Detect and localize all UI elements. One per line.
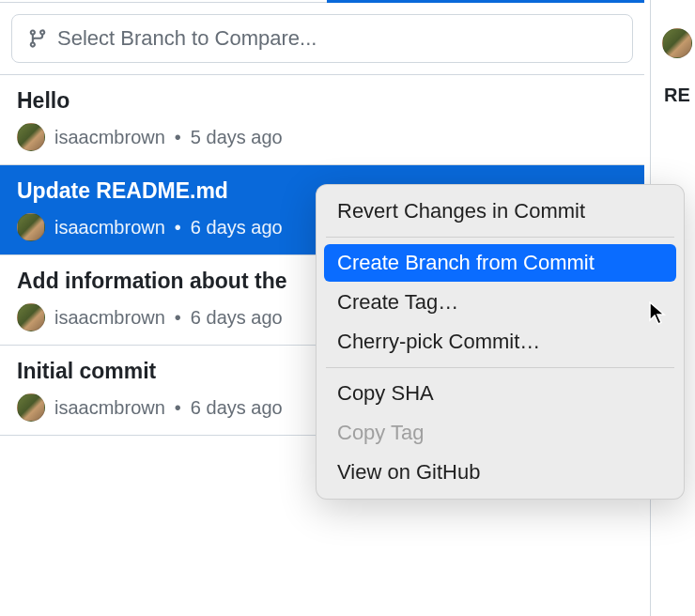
branch-selector-placeholder: Select Branch to Compare... (57, 26, 317, 51)
meta-separator: • (175, 307, 181, 329)
commit-author: isaacmbrown (54, 307, 165, 329)
avatar (17, 123, 45, 151)
avatar (17, 213, 45, 241)
avatar (17, 393, 45, 422)
tab-active[interactable] (327, 0, 644, 3)
commit-author: isaacmbrown (54, 217, 165, 239)
menu-item-view-on-github[interactable]: View on GitHub (324, 454, 676, 491)
git-branch-icon (27, 28, 48, 49)
commit-time: 5 days ago (191, 127, 283, 148)
menu-item-revert-changes[interactable]: Revert Changes in Commit (324, 192, 676, 230)
commit-author: isaacmbrown (54, 127, 165, 148)
context-menu: Revert Changes in Commit Create Branch f… (316, 184, 685, 500)
commit-title: Hello (17, 88, 627, 114)
commit-time: 6 days ago (191, 217, 283, 239)
commit-item[interactable]: Hello isaacmbrown • 5 days ago (0, 75, 644, 165)
menu-item-create-branch[interactable]: Create Branch from Commit (324, 244, 676, 282)
avatar (17, 303, 45, 331)
meta-separator: • (175, 397, 181, 419)
branch-compare-selector[interactable]: Select Branch to Compare... (11, 14, 633, 63)
meta-separator: • (175, 127, 181, 148)
tab-inactive[interactable] (0, 0, 327, 3)
menu-item-copy-sha[interactable]: Copy SHA (324, 375, 676, 412)
menu-separator (326, 237, 674, 238)
commit-author: isaacmbrown (54, 397, 165, 419)
menu-item-create-tag[interactable]: Create Tag… (324, 284, 676, 321)
avatar[interactable] (662, 28, 692, 58)
commit-time: 6 days ago (191, 307, 283, 329)
menu-item-cherry-pick[interactable]: Cherry-pick Commit… (324, 323, 676, 361)
commit-time: 6 days ago (191, 397, 283, 419)
branch-selector-container: Select Branch to Compare... (0, 3, 644, 75)
commit-meta: isaacmbrown • 5 days ago (17, 123, 627, 151)
top-tab-strip (0, 0, 644, 3)
menu-separator (326, 367, 674, 368)
meta-separator: • (175, 217, 181, 239)
menu-item-copy-tag: Copy Tag (324, 414, 676, 452)
right-panel-label: RE (651, 85, 690, 106)
